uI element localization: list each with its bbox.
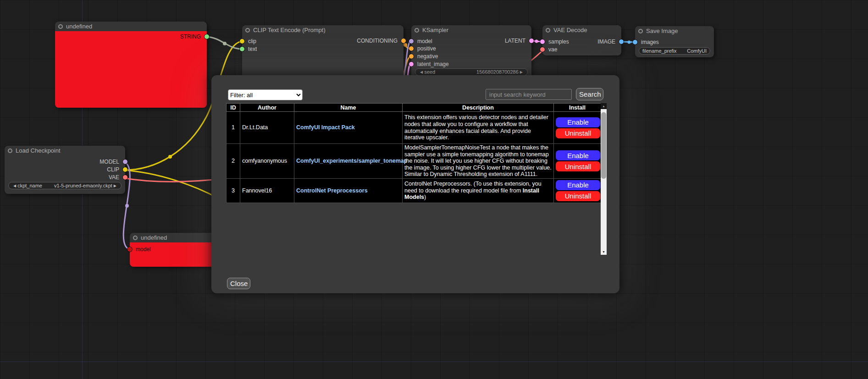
table-scrollbar[interactable]: ▲ ▼ (601, 103, 607, 255)
input-port-text[interactable]: text (242, 45, 404, 53)
ckpt-name-widget[interactable]: ◀ ckpt_name v1-5-pruned-emaonly.ckpt ▶ (8, 182, 122, 189)
table-header-row: ID Author Name Description Install (227, 104, 601, 112)
output-port-image[interactable]: IMAGE (542, 38, 621, 45)
cell-author: Fannovel16 (240, 178, 294, 203)
scroll-down-icon[interactable]: ▼ (601, 249, 607, 255)
collapse-dot-icon[interactable] (8, 148, 12, 153)
widget-value: v1-5-pruned-emaonly.ckpt (54, 183, 112, 188)
scrollbar-thumb[interactable] (601, 112, 606, 179)
table-row: 1 Dr.Lt.Data ComfyUI Impact Pack This ex… (227, 112, 601, 144)
link-dot (125, 204, 129, 208)
port-dot-conditioning[interactable] (401, 38, 406, 43)
port-dot-latent[interactable] (529, 38, 534, 43)
column-header-name: Name (294, 104, 403, 112)
collapse-dot-icon[interactable] (415, 28, 419, 33)
node-load-checkpoint[interactable]: Load Checkpoint MODEL CLIP VAE ◀ ckpt_na… (5, 146, 125, 194)
uninstall-button[interactable]: Uninstall (556, 128, 600, 138)
link-dot (404, 43, 407, 47)
node-title: undefined (66, 23, 92, 30)
enable-button[interactable]: Enable (556, 150, 600, 160)
port-dot-latent-image[interactable] (409, 62, 414, 66)
node-title: Load Checkpoint (16, 147, 61, 154)
extension-table: ID Author Name Description Install 1 Dr.… (226, 103, 601, 203)
output-port-conditioning[interactable]: CONDITIONING (242, 37, 404, 44)
node-title: VAE Decode (553, 27, 587, 33)
widget-value: 156680208700286 (476, 69, 519, 75)
column-header-description: Description (403, 104, 554, 112)
node-save-image[interactable]: Save Image images filename_prefix ComfyU… (635, 26, 714, 57)
collapse-dot-icon[interactable] (638, 29, 643, 33)
table-row: 3 Fannovel16 ControlNet Preprocessors Co… (227, 178, 601, 203)
collapse-dot-icon[interactable] (133, 236, 138, 240)
output-port-latent[interactable]: LATENT (411, 37, 531, 44)
port-dot-string[interactable] (205, 34, 209, 39)
port-dot-text[interactable] (240, 47, 244, 51)
node-header[interactable]: undefined (55, 22, 207, 31)
close-button[interactable]: Close (227, 278, 250, 289)
node-header[interactable]: KSampler (411, 25, 531, 35)
cell-install: Enable Uninstall (554, 112, 601, 144)
enable-button[interactable]: Enable (556, 180, 600, 190)
port-dot-clip[interactable] (123, 167, 127, 172)
cell-install: Enable Uninstall (554, 144, 601, 179)
node-title: Save Image (646, 27, 678, 34)
scroll-up-icon[interactable]: ▲ (601, 103, 607, 109)
input-port-negative[interactable]: negative (411, 53, 531, 60)
column-header-author: Author (240, 104, 294, 112)
extension-link[interactable]: ControlNet Preprocessors (296, 187, 368, 194)
column-header-id: ID (227, 104, 240, 112)
collapse-dot-icon[interactable] (58, 24, 63, 29)
widget-left-arrow-icon[interactable]: ◀ (420, 70, 423, 74)
cell-id: 1 (227, 112, 240, 144)
widget-value: ComfyUI (687, 48, 707, 54)
extension-link[interactable]: ComfyUI Impact Pack (296, 124, 355, 131)
cell-description: This extension offers various detector n… (403, 112, 554, 144)
node-title: KSampler (422, 27, 448, 33)
collapse-dot-icon[interactable] (546, 28, 550, 33)
uninstall-button[interactable]: Uninstall (556, 161, 600, 171)
node-undefined-top[interactable]: undefined STRING (55, 22, 207, 108)
input-port-positive[interactable]: positive (411, 45, 531, 52)
collapse-dot-icon[interactable] (245, 28, 250, 33)
search-input[interactable] (486, 89, 572, 100)
port-dot-vae[interactable] (540, 47, 545, 52)
port-dot-model[interactable] (127, 247, 132, 252)
uninstall-button[interactable]: Uninstall (556, 191, 600, 201)
node-header[interactable]: CLIP Text Encode (Prompt) (242, 25, 404, 35)
link-dot (535, 40, 538, 43)
cell-install: Enable Uninstall (554, 178, 601, 203)
input-port-vae[interactable]: vae (542, 46, 621, 53)
output-port-clip[interactable]: CLIP (5, 166, 125, 173)
output-port-vae[interactable]: VAE (5, 174, 125, 181)
filename-prefix-widget[interactable]: filename_prefix ComfyUI (639, 47, 710, 55)
widget-label: filename_prefix (642, 48, 677, 54)
port-dot-image[interactable] (619, 39, 624, 44)
cell-author: Dr.Lt.Data (240, 112, 294, 144)
output-port-string[interactable]: STRING (55, 33, 207, 40)
widget-left-arrow-icon[interactable]: ◀ (13, 184, 16, 188)
filter-select[interactable]: Filter: all (228, 89, 303, 100)
port-dot-model[interactable] (123, 159, 127, 164)
cell-id: 3 (227, 178, 240, 203)
node-header[interactable]: VAE Decode (542, 25, 621, 35)
input-port-latent-image[interactable]: latent_image (411, 60, 531, 68)
enable-button[interactable]: Enable (556, 117, 600, 127)
link-dot (168, 155, 172, 159)
extension-link[interactable]: ComfyUI_experiments/sampler_tonemap (296, 158, 407, 164)
node-header[interactable]: Load Checkpoint (5, 146, 125, 155)
output-port-model[interactable]: MODEL (5, 158, 125, 165)
node-vae-decode[interactable]: VAE Decode samples vae IMAGE (542, 25, 621, 55)
search-button[interactable]: Search (576, 88, 603, 100)
node-title: undefined (141, 234, 167, 241)
port-dot-images[interactable] (633, 40, 637, 44)
seed-widget[interactable]: ◀ seed 156680208700286 ▶ (415, 68, 528, 76)
widget-right-arrow-icon[interactable]: ▶ (114, 184, 116, 188)
port-dot-vae[interactable] (123, 175, 127, 180)
input-port-images[interactable]: images (635, 38, 714, 46)
column-header-install: Install (554, 104, 601, 112)
widget-right-arrow-icon[interactable]: ▶ (520, 70, 523, 74)
port-dot-positive[interactable] (409, 46, 414, 51)
port-dot-negative[interactable] (409, 54, 414, 59)
node-header[interactable]: Save Image (635, 26, 714, 36)
link-dot (223, 42, 227, 45)
